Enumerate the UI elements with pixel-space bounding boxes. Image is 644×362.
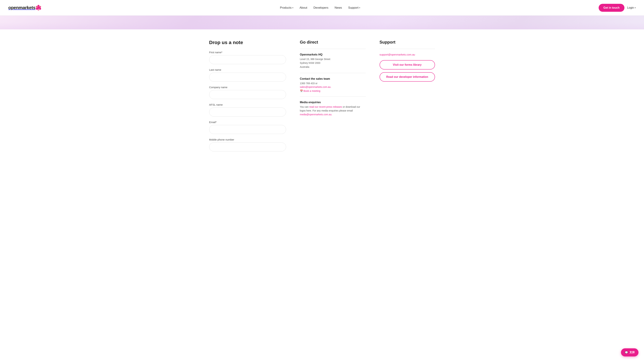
media-block: Media enquiries You can read our recent … bbox=[300, 101, 366, 117]
form-group-phone: Mobile phone number bbox=[209, 138, 286, 152]
form-group-afsl: AFSL name bbox=[209, 103, 286, 117]
sales-email-link[interactable]: sales@openmarkets.com.au. bbox=[300, 86, 332, 88]
email-label: Email* bbox=[209, 121, 286, 124]
logo-text: openmarkets bbox=[8, 5, 35, 10]
media-text-before: You can bbox=[300, 105, 308, 108]
form-title: Drop us a note bbox=[209, 40, 286, 45]
login-label: Login bbox=[627, 6, 634, 9]
divider-3 bbox=[300, 96, 366, 97]
chat-icon: 💬 bbox=[625, 351, 628, 354]
go-direct-title: Go direct bbox=[300, 40, 366, 45]
hq-block: Openmarkets HQ Level 15, 388 George Stre… bbox=[300, 53, 366, 69]
forms-library-button[interactable]: Visit our forms library bbox=[380, 60, 435, 69]
support-divider bbox=[380, 49, 435, 49]
go-direct-section: Go direct Openmarkets HQ Level 15, 388 G… bbox=[300, 40, 366, 156]
nav-item-products[interactable]: Products ▾ bbox=[280, 6, 293, 9]
get-in-touch-button[interactable]: Get in touch bbox=[599, 4, 624, 12]
nav-item-about[interactable]: About bbox=[300, 6, 307, 9]
logo[interactable]: openmarkets bbox=[8, 5, 42, 11]
company-label: Company name bbox=[209, 86, 286, 89]
divider-2 bbox=[300, 73, 366, 73]
nav-item-news[interactable]: News bbox=[334, 6, 342, 9]
hq-address-line2: Sydney NSW 2000 bbox=[300, 61, 366, 65]
contact-form-section: Drop us a note First name* Last name Com… bbox=[209, 40, 286, 156]
form-group-lastname: Last name bbox=[209, 68, 286, 82]
phone-label: Mobile phone number bbox=[209, 138, 286, 141]
book-meeting-label: Book a meeting bbox=[304, 90, 320, 92]
media-title: Media enquiries bbox=[300, 101, 366, 104]
media-text: You can read our recent press releases o… bbox=[300, 105, 366, 117]
company-name-input[interactable] bbox=[209, 90, 286, 99]
chevron-down-icon: ▾ bbox=[635, 6, 636, 9]
last-name-input[interactable] bbox=[209, 73, 286, 82]
sales-title: Contact the sales team bbox=[300, 77, 366, 80]
press-releases-link[interactable]: read our recent press releases bbox=[309, 105, 342, 108]
divider bbox=[300, 49, 366, 49]
firstname-label: First name* bbox=[209, 51, 286, 54]
sales-block: Contact the sales team 1300 769 433 or s… bbox=[300, 77, 366, 92]
nav-support-label: Support bbox=[348, 6, 358, 9]
first-name-input[interactable] bbox=[209, 55, 286, 64]
nav-links: Products ▾ About Developers News Support… bbox=[280, 6, 360, 9]
lastname-label: Last name bbox=[209, 68, 286, 71]
chevron-down-icon: ▾ bbox=[292, 6, 293, 9]
hq-address-line1: Level 15, 388 George Street bbox=[300, 57, 366, 61]
afsl-label: AFSL name bbox=[209, 103, 286, 106]
support-email-link[interactable]: support@openmarkets.com.au bbox=[380, 53, 435, 56]
form-group-firstname: First name* bbox=[209, 51, 286, 64]
login-button[interactable]: Login ▾ bbox=[627, 6, 636, 9]
nav-item-support[interactable]: Support ▾ bbox=[348, 6, 360, 9]
chevron-down-icon: ▾ bbox=[359, 6, 360, 9]
logo-flower-icon bbox=[35, 5, 42, 11]
nav-item-developers[interactable]: Developers bbox=[314, 6, 328, 9]
email-input[interactable] bbox=[209, 125, 286, 134]
hero-banner bbox=[0, 15, 644, 29]
calendar-icon: 📅 bbox=[300, 90, 303, 92]
form-group-company: Company name bbox=[209, 86, 286, 99]
afsl-name-input[interactable] bbox=[209, 108, 286, 117]
form-group-email: Email* bbox=[209, 121, 286, 134]
nav-news-label: News bbox=[334, 6, 342, 9]
navbar: openmarkets Products ▾ About Developers bbox=[0, 0, 644, 15]
nav-actions: Get in touch Login ▾ bbox=[599, 4, 636, 12]
sales-phone: 1300 769 433 or bbox=[300, 81, 366, 85]
support-chat-widget[interactable]: 💬 支持 bbox=[621, 348, 638, 357]
nav-developers-label: Developers bbox=[314, 6, 328, 9]
nav-products-label: Products bbox=[280, 6, 292, 9]
hq-title: Openmarkets HQ bbox=[300, 53, 366, 56]
svg-point-6 bbox=[38, 7, 40, 9]
phone-input[interactable] bbox=[209, 143, 286, 152]
nav-about-label: About bbox=[300, 6, 307, 9]
book-meeting-link[interactable]: 📅 Book a meeting bbox=[300, 90, 366, 92]
hq-address-line3: Australia bbox=[300, 65, 366, 69]
support-section: Support support@openmarkets.com.au Visit… bbox=[380, 40, 435, 156]
media-email-link[interactable]: media@openmarkets.com.au. bbox=[300, 113, 332, 116]
main-content: Drop us a note First name* Last name Com… bbox=[201, 29, 443, 170]
chat-label: 支持 bbox=[630, 351, 635, 354]
developer-info-button[interactable]: Read our developer information bbox=[380, 72, 435, 82]
support-title: Support bbox=[380, 40, 435, 45]
